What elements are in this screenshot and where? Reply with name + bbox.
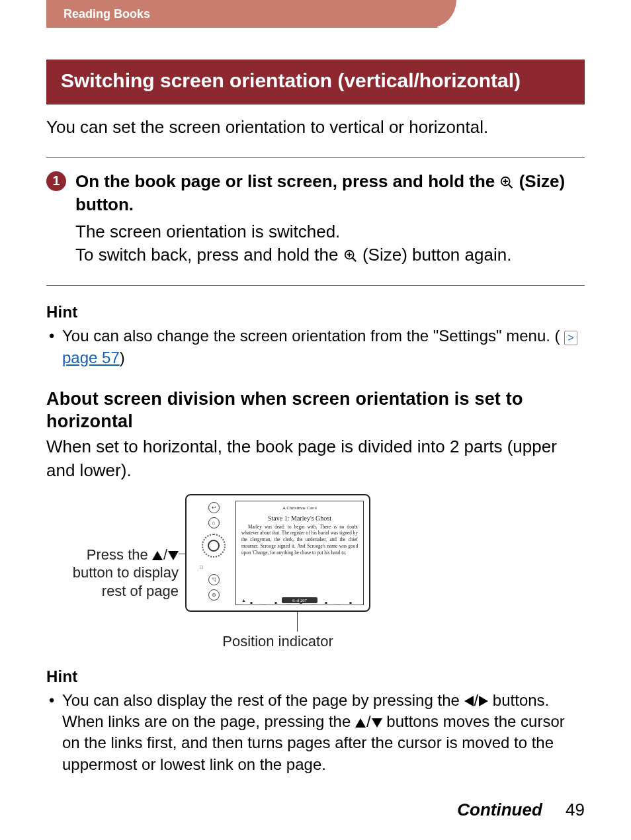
screen-book-title: A Christmas Carol <box>241 505 358 511</box>
device-home-button: ⌂ <box>208 517 220 528</box>
hint1-prefix: You can also change the screen orientati… <box>62 327 560 345</box>
screen-chapter: Stave 1: Marley's Ghost <box>241 515 358 522</box>
up-triangle-icon <box>355 718 366 728</box>
header-tab: Reading Books <box>46 0 631 28</box>
callout-left-l3: rest of page <box>102 583 179 599</box>
step-heading: On the book page or list screen, press a… <box>75 170 585 216</box>
svg-line-7 <box>352 258 356 262</box>
device-illustration-row: Press the / button to display rest of pa… <box>46 494 585 650</box>
device-outline: ↩ ⌂ □ ◹ ⊕ A Christmas Carol Stave 1: Mar… <box>185 494 370 612</box>
device-screen: A Christmas Carol Stave 1: Marley's Ghos… <box>235 501 364 605</box>
device-size-button: ⊕ <box>208 589 220 601</box>
device-side-panel: ↩ ⌂ □ ◹ ⊕ <box>192 501 235 605</box>
callout-left-l2: button to display <box>73 564 179 581</box>
step-desc-line2-suffix: (Size) button again. <box>362 245 511 265</box>
device-bottom-keys <box>241 604 361 609</box>
right-triangle-icon <box>479 696 488 706</box>
left-triangle-icon <box>464 696 474 706</box>
separator-bottom <box>46 285 585 286</box>
up-triangle-icon <box>152 551 163 560</box>
hint-list-1: You can also change the screen orientati… <box>46 325 585 368</box>
hint-label-2: Hint <box>46 667 585 686</box>
step-1: 1 On the book page or list screen, press… <box>46 170 585 267</box>
callout-left-l1: Press the <box>87 546 152 563</box>
device-bookmark-label: □ <box>200 564 203 570</box>
hint-item-1: You can also change the screen orientati… <box>46 325 585 368</box>
hint2-a: You can also display the rest of the pag… <box>62 691 464 709</box>
svg-line-3 <box>509 185 513 189</box>
continued-label: Continued <box>457 800 542 819</box>
callout-leader-line-v <box>297 612 298 632</box>
screen-body-text: Marley was dead: to begin with. There is… <box>241 525 358 557</box>
hint-list-2: You can also display the rest of the pag… <box>46 690 585 776</box>
page-link[interactable]: page 57 <box>62 349 120 366</box>
separator-top <box>46 157 585 158</box>
section-intro: You can set the screen orientation to ve… <box>46 116 585 139</box>
step-desc-line1: The screen orientation is switched. <box>75 222 340 241</box>
hint1-suffix: ) <box>120 349 125 366</box>
step-heading-prefix: On the book page or list screen, press a… <box>75 171 499 191</box>
device-dpad <box>202 534 226 558</box>
device-bookmark-button: ◹ <box>208 574 220 585</box>
breadcrumb: Reading Books <box>63 7 150 21</box>
step-desc-line2-prefix: To switch back, press and hold the <box>75 245 343 265</box>
hint-label-1: Hint <box>46 303 585 321</box>
page-link-icon[interactable]: > <box>564 331 577 345</box>
callout-left: Press the / button to display rest of pa… <box>46 494 179 601</box>
section-title: Switching screen orientation (vertical/h… <box>46 60 585 105</box>
step-description: The screen orientation is switched. To s… <box>75 220 585 267</box>
page-number: 49 <box>566 800 585 819</box>
footer: Continued 49 <box>457 800 585 820</box>
hint-item-2: You can also display the rest of the pag… <box>46 690 585 776</box>
size-icon <box>343 249 358 263</box>
down-triangle-icon <box>372 718 382 728</box>
down-triangle-icon <box>168 551 179 560</box>
step-number-badge: 1 <box>46 171 66 191</box>
screen-page-up-icon: ▲ <box>241 598 246 603</box>
callout-bottom: Position indicator <box>222 633 333 650</box>
size-icon <box>499 175 514 190</box>
subsection-heading: About screen division when screen orient… <box>46 388 585 433</box>
device-return-button: ↩ <box>208 502 220 513</box>
subsection-paragraph: When set to horizontal, the book page is… <box>46 435 585 482</box>
